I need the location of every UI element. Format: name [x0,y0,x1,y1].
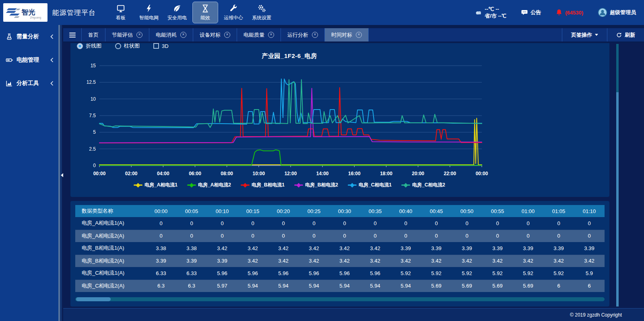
legend-marker-icon [294,183,303,187]
table-row: 电房_A相电流1(A)000000000000000 [75,217,605,230]
value-cell: 0 [452,217,482,230]
bar-chart-radio[interactable]: 柱状图 [115,43,140,50]
value-cell: 3.42 [360,242,390,255]
refresh-button[interactable]: 刷新 [607,28,644,41]
vertical-scrollbar [616,44,619,307]
hamburger-icon [69,31,76,39]
table-header-row: 数据类型名称00:0000:0500:1000:1500:2000:2500:3… [75,205,605,217]
table-header-cell: 01:10 [574,205,605,217]
value-cell: 5.92 [513,267,543,280]
value-cell: 6 [543,280,574,292]
tab-operations-dropdown[interactable]: 页签操作 [562,28,607,41]
value-cell: 5.94 [390,280,421,292]
close-icon[interactable]: × [136,32,142,38]
horizontal-scrollbar-thumb[interactable] [76,297,111,301]
value-cell: 5.96 [329,267,360,280]
tab-电能消耗[interactable]: 电能消耗× [149,28,193,41]
tab-label: 设备对标 [200,31,221,39]
tabbar-filler [369,28,562,41]
tab-设备对标[interactable]: 设备对标× [193,28,237,41]
close-icon[interactable]: × [356,32,362,38]
table-header-cell: 数据类型名称 [75,205,146,217]
legend-marker-icon [348,183,357,187]
table-header-cell: 01:05 [543,205,574,217]
weather-city: 省/市 --℃ [485,12,506,19]
checkbox-icon [153,43,159,49]
chart-container: 产业园_1F2-6_电房 02.557.51012.51500:0002:000… [80,52,499,188]
legend-item-电房_B相电流1[interactable]: 电房_B相电流1 [241,182,285,188]
sidebar-item-area-chart[interactable]: 分析工具 [0,72,58,95]
value-cell: 3.38 [146,242,176,255]
legend-item-电房_B相电流2[interactable]: 电房_B相电流2 [294,182,338,188]
table-header-cell: 00:40 [390,205,421,217]
sidebar-item-battery[interactable]: 电能管理 [0,48,58,72]
gear-icon [257,4,266,13]
svg-text:15: 15 [91,63,96,68]
value-cell: 3.42 [299,242,329,255]
svg-text:14:00: 14:00 [316,171,329,176]
nav-item-label: 系统设置 [252,14,271,21]
tab-运行分析[interactable]: 运行分析× [281,28,325,41]
svg-text:12.5: 12.5 [87,79,96,85]
value-cell: 5.94 [329,280,360,292]
nav-item-wrench[interactable]: 运维中心 [221,2,246,23]
line-chart-radio[interactable]: 折线图 [77,43,101,50]
notice-button[interactable]: 公告 [521,9,541,16]
value-cell: 6.33 [146,267,176,280]
nav-item-leaf[interactable]: 安全用电 [164,2,190,23]
value-cell: 0 [452,230,482,242]
nav-item-hourglass[interactable]: 能效 [192,2,218,23]
threed-checkbox[interactable]: 3D [153,43,169,49]
sidebar-item-flask[interactable]: 需量分析 [0,25,58,48]
sidebar-item-label: 分析工具 [17,80,39,87]
bell-icon [555,9,563,16]
alarm-button[interactable]: (64530) [555,9,583,16]
value-cell: 0 [390,230,421,242]
value-cell: 0 [329,230,360,242]
refresh-icon [616,32,622,38]
close-icon[interactable]: × [180,32,186,38]
data-table: 数据类型名称00:0000:0500:1000:1500:2000:2500:3… [75,205,605,292]
close-icon[interactable]: × [268,32,274,38]
svg-text:7.5: 7.5 [89,113,96,118]
legend-label: 电房_C相电流2 [412,182,445,188]
legend-item-电房_A相电流1[interactable]: 电房_A相电流1 [134,182,178,188]
tab-首页[interactable]: 首页 [82,28,105,41]
nav-item-gear[interactable]: 系统设置 [249,2,275,23]
value-cell: 3.42 [452,255,482,267]
legend-item-电房_C相电流1[interactable]: 电房_C相电流1 [348,182,392,188]
sidebar-collapse-handle[interactable] [59,173,63,177]
chart-legend: 电房_A相电流1电房_A相电流2电房_B相电流1电房_B相电流2电房_C相电流1… [80,182,499,188]
user-menu[interactable]: 超级管理员 [598,8,636,17]
value-cell: 0 [513,217,543,230]
value-cell: 3.39 [513,242,543,255]
chevron-left-icon [50,58,54,62]
hourglass-icon [201,4,210,13]
nav-item-monitor[interactable]: 看板 [108,2,134,23]
wrench-icon [229,4,238,13]
value-cell: 0 [421,217,452,230]
svg-text:02:00: 02:00 [125,171,138,176]
svg-text:04:00: 04:00 [157,171,169,176]
value-cell: 3.42 [268,242,299,255]
sidebar-item-label: 电能管理 [17,56,39,64]
legend-marker-icon [187,183,196,187]
navbar-right: --℃ -- 省/市 --℃ 公告 (64530) [475,6,644,19]
legend-item-电房_C相电流2[interactable]: 电房_C相电流2 [401,182,445,188]
notice-label: 公告 [530,9,541,16]
tab-menu-button[interactable] [63,28,82,41]
tab-节能评估[interactable]: 节能评估× [105,28,149,41]
legend-item-电房_A相电流2[interactable]: 电房_A相电流2 [187,182,231,188]
close-icon[interactable]: × [224,32,230,38]
brand-logo[interactable]: 智光 Zhiguang [3,3,47,22]
value-cell: 3.42 [482,255,513,267]
chevron-left-icon [50,81,54,86]
value-cell: 5.92 [421,267,452,280]
tab-时间对标[interactable]: 时间对标× [325,28,369,41]
close-icon[interactable]: × [312,32,318,38]
alarm-count: (64530) [565,10,583,16]
nav-item-bolt[interactable]: 智能电网 [136,2,162,23]
vertical-scrollbar-thumb[interactable] [616,92,619,307]
line-chart[interactable]: 02.557.51012.51500:0002:0004:0006:0008:0… [80,61,499,178]
tab-电能质量[interactable]: 电能质量× [237,28,281,41]
